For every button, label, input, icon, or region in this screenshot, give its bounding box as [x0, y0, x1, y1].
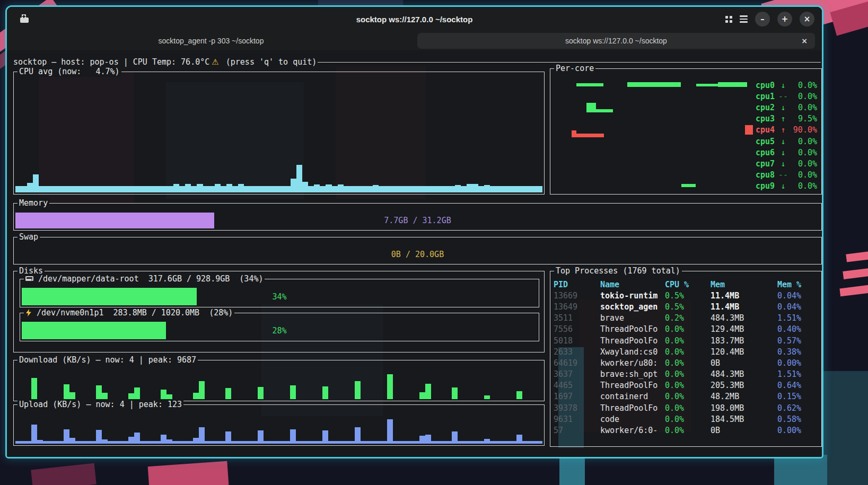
- disk-nvme-panel: /dev/nvme0n1p1 283.8MB / 1020.0MB (28%) …: [20, 313, 539, 341]
- core-row-cpu8: cpu8--0.0%: [756, 170, 817, 181]
- cell-name: containerd: [600, 392, 665, 401]
- app-header: socktop — host: pop-os | CPU Temp: 76.0°…: [13, 57, 821, 67]
- cell-cpu: 0.2%: [665, 313, 711, 323]
- close-button[interactable]: ×: [800, 12, 814, 27]
- cell-mem: 48.2MB: [711, 392, 777, 401]
- chart-bar-group: [96, 385, 108, 399]
- tab-socktop-agent[interactable]: socktop_agent -p 303 ~/socktop: [7, 33, 415, 49]
- process-row[interactable]: 39378ThreadPoolFo0.0%198.0MB0.62%: [554, 402, 819, 413]
- swap-panel: Swap 0B / 20.0GB: [13, 237, 822, 264]
- cell-memp: 1.51%: [777, 313, 819, 323]
- minimize-button[interactable]: –: [755, 12, 770, 27]
- process-row[interactable]: 13649socktop_agen0.5%11.4MB0.04%: [554, 301, 819, 312]
- core-row-cpu4: cpu4↑90.0%: [756, 125, 817, 136]
- cell-memp: 0.00%: [777, 358, 819, 368]
- cell-cpu: 0.0%: [665, 381, 711, 390]
- core-row-cpu1: cpu1--0.0%: [756, 91, 817, 102]
- process-row[interactable]: 5018ThreadPoolFo0.0%183.7MB0.57%: [554, 335, 819, 346]
- process-table-body: 13669tokio-runtim0.5%11.4MB0.04%13649soc…: [554, 290, 819, 436]
- swap-gauge: 0B / 20.0GB: [15, 246, 820, 262]
- process-row[interactable]: 7556ThreadPoolFo0.0%129.4MB0.40%: [554, 324, 819, 335]
- cell-pid: 13649: [554, 302, 600, 312]
- cell-cpu: 0.0%: [665, 358, 711, 368]
- process-row[interactable]: 64619kworker/u80:0.0%0B0.00%: [554, 357, 819, 368]
- cell-memp: 0.04%: [777, 302, 819, 312]
- wallpaper-shape: [823, 371, 868, 485]
- titlebar: socktop ws://127.0.0 ~/socktop – + ×: [7, 7, 822, 31]
- swap-title: Swap: [17, 232, 40, 242]
- core-spark-segment: [572, 134, 604, 137]
- cell-cpu: 0.0%: [665, 347, 711, 357]
- disks-panel: Disks /dev/mapper/data-root 317.6GB / 92…: [13, 271, 545, 352]
- per-core-panel: Per-core cpu0↓0.0%cpu1--0.0%cpu2↓0.0%cpu…: [550, 68, 822, 195]
- core-alert-marker: [745, 125, 753, 135]
- core-spark-segment: [627, 82, 681, 87]
- menu-icon[interactable]: [740, 15, 748, 23]
- cell-memp: 0.57%: [777, 336, 819, 346]
- tab-close-icon[interactable]: ×: [801, 37, 808, 45]
- tab-bar: socktop_agent -p 303 ~/socktop socktop w…: [7, 31, 822, 50]
- cell-cpu: 0.0%: [665, 369, 711, 379]
- col-name: Name: [600, 280, 665, 289]
- terminal-window: socktop ws://127.0.0 ~/socktop – + × soc…: [5, 5, 823, 458]
- chart-bar-group: [290, 385, 296, 399]
- process-row[interactable]: 3637brave:sh_opt0.0%484.3MB1.51%: [554, 369, 819, 380]
- memory-panel: Memory 7.7GB / 31.2GB: [13, 203, 822, 231]
- chart-bar-group: [193, 427, 205, 444]
- maximize-button[interactable]: +: [777, 12, 792, 27]
- chart-bar-group: [225, 431, 231, 444]
- tab-socktop[interactable]: socktop ws://127.0.0 ~/socktop ×: [417, 33, 815, 49]
- chart-bar-group: [258, 387, 264, 399]
- tab-label: socktop ws://127.0.0 ~/socktop: [565, 37, 667, 45]
- cell-pid: 3637: [554, 369, 600, 379]
- disk-nvme-gauge: 28%: [22, 322, 537, 339]
- chart-bar-group: [419, 384, 431, 399]
- chart-bar-group: [96, 430, 108, 444]
- chart-bar-group: [322, 430, 328, 444]
- host-temp-text: socktop — host: pop-os | CPU Temp: 76.0°…: [13, 57, 209, 67]
- cell-memp: 0.04%: [777, 291, 819, 301]
- disk-root-gauge: 34%: [22, 288, 537, 305]
- chart-bar-group: [387, 419, 393, 444]
- cell-name: kworker/u80:: [600, 358, 665, 368]
- chart-bar-group: [322, 386, 328, 399]
- layout-grid-icon[interactable]: [725, 16, 732, 23]
- swap-gauge-label: 0B / 20.0GB: [15, 250, 820, 259]
- process-row[interactable]: 2633Xwayland:cs00.0%120.4MB0.38%: [554, 346, 819, 357]
- process-row[interactable]: 9631code0.0%184.5MB0.58%: [554, 413, 819, 425]
- memory-gauge: 7.7GB / 31.2GB: [15, 213, 820, 228]
- disk-root-gauge-label: 34%: [22, 292, 537, 302]
- cell-pid: 2633: [554, 347, 600, 357]
- tab-label: socktop_agent -p 303 ~/socktop: [159, 37, 264, 45]
- cpu-avg-panel: CPU avg (now: 4.7%): [13, 72, 545, 195]
- chart-baseline: [15, 441, 542, 444]
- core-row-cpu5: cpu5↓0.0%: [756, 136, 817, 147]
- process-row[interactable]: 57kworker/6:0-0.0%0B0.00%: [554, 425, 819, 436]
- wallpaper-shape: [148, 461, 229, 485]
- process-row[interactable]: 13669tokio-runtim0.5%11.4MB0.04%: [554, 290, 819, 301]
- core-spark-segment: [681, 184, 696, 187]
- upload-title: Upload (KB/s) — now: 4 | peak: 123: [17, 399, 183, 410]
- chart-bar-group: [31, 378, 37, 399]
- cell-name: brave: [600, 313, 665, 323]
- per-core-chart: [552, 69, 749, 192]
- process-row[interactable]: 3511brave0.2%484.3MB1.51%: [554, 313, 819, 324]
- cell-cpu: 0.0%: [665, 336, 711, 346]
- cell-pid: 3511: [554, 313, 600, 323]
- cell-cpu: 0.0%: [665, 324, 711, 334]
- cell-pid: 5018: [554, 336, 600, 346]
- disk-root-panel: /dev/mapper/data-root 317.6GB / 928.9GB …: [20, 279, 539, 307]
- core-spark-segment: [596, 109, 613, 112]
- core-spark-segment: [576, 83, 603, 86]
- cell-mem: 484.3MB: [711, 369, 777, 379]
- cell-mem: 11.4MB: [711, 291, 777, 301]
- chart-bar-group: [387, 374, 393, 399]
- process-row[interactable]: 4465ThreadPoolFo0.0%205.3MB0.64%: [554, 380, 819, 391]
- cell-name: code: [600, 415, 665, 424]
- process-row[interactable]: 1697containerd0.0%48.2MB0.15%: [554, 391, 819, 402]
- chart-bar-group: [419, 435, 431, 444]
- wallpaper-shape: [774, 455, 827, 485]
- col-cpu: CPU %: [665, 280, 711, 289]
- chart-bar-group: [64, 384, 75, 399]
- cell-mem: 120.4MB: [711, 347, 777, 357]
